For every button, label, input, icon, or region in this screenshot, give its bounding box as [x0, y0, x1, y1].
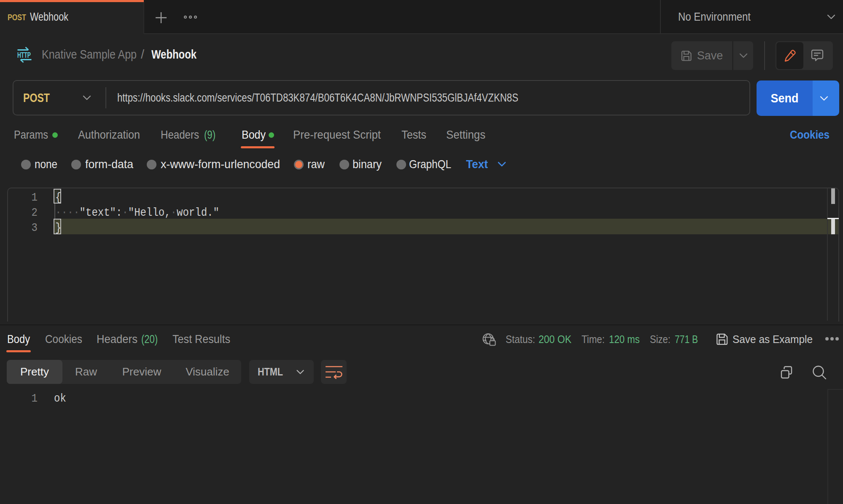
svg-text:HTTP: HTTP	[17, 51, 31, 59]
